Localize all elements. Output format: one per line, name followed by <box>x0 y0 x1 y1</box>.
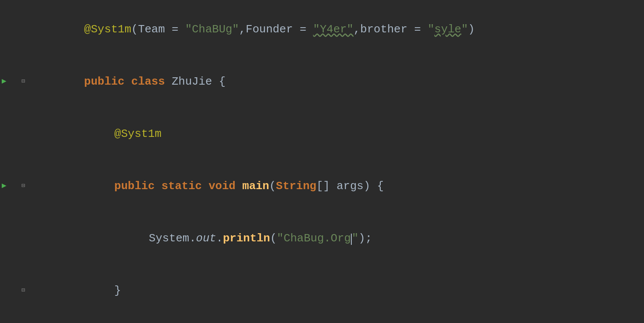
fold-class[interactable]: ⊟ <box>22 77 25 86</box>
code-3: @Syst1m <box>26 108 644 160</box>
run-arrow-class[interactable]: ▶ <box>2 76 6 88</box>
blank-line-1 <box>0 317 644 323</box>
code-5: System.out.println("ChaBug.Org"); <box>26 212 644 265</box>
line-close-method: ⊟ } <box>0 264 644 317</box>
code-area: @Syst1m(Team = "ChaBUg",Founder = "Y4er"… <box>0 0 644 323</box>
fold-main[interactable]: ⊟ <box>22 181 25 191</box>
code-4: public static void main(String[] args) { <box>26 160 644 212</box>
annotation-syst1m: @Syst1m <box>114 127 161 140</box>
line-public-class: ▶ ⊟ public class ZhuJie { <box>0 56 644 108</box>
code-editor[interactable]: @Syst1m(Team = "ChaBUg",Founder = "Y4er"… <box>0 0 644 323</box>
code-6: } <box>26 264 644 317</box>
line-main-method: ▶ ⊟ public static void main(String[] arg… <box>0 160 644 212</box>
code-1: @Syst1m(Team = "ChaBUg",Founder = "Y4er"… <box>26 3 644 56</box>
code-2: public class ZhuJie { <box>26 56 644 108</box>
fold-close-method[interactable]: ⊟ <box>22 286 25 295</box>
line-annotation-usage: @Syst1m(Team = "ChaBUg",Founder = "Y4er"… <box>0 3 644 56</box>
run-arrow-main[interactable]: ▶ <box>2 180 6 192</box>
annotation-syst1m-usage: @Syst1m <box>84 23 131 36</box>
line-system-println: System.out.println("ChaBug.Org"); <box>0 212 644 265</box>
line-at-syst1m: @Syst1m <box>0 108 644 160</box>
